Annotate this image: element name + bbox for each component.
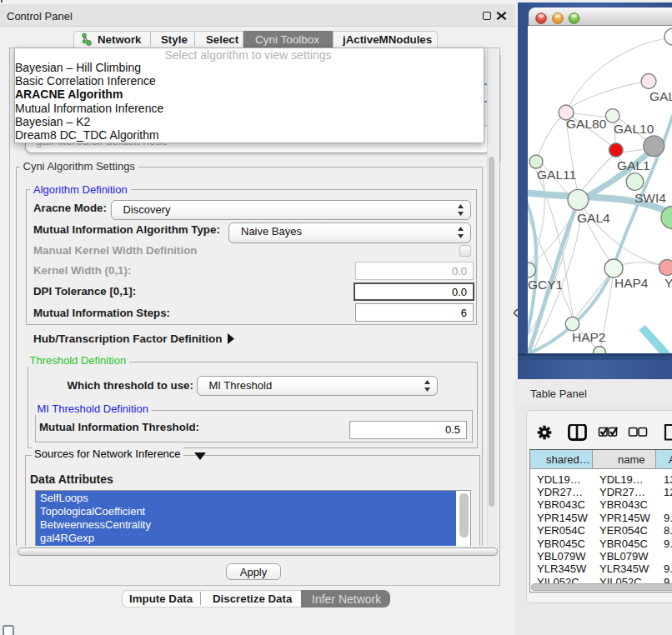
svg-text:GCY1: GCY1: [528, 278, 563, 292]
svg-text:YC: YC: [664, 276, 672, 290]
svg-text:GAL80: GAL80: [566, 117, 607, 131]
svg-text:GAL1: GAL1: [617, 158, 650, 172]
svg-text:GAL4: GAL4: [577, 211, 610, 225]
svg-text:HAP4: HAP4: [614, 276, 649, 290]
svg-text:GAL10: GAL10: [614, 122, 654, 136]
svg-text:GAL11: GAL11: [537, 168, 576, 182]
svg-text:GAL7: GAL7: [649, 89, 672, 103]
svg-text:HAP2: HAP2: [572, 330, 606, 344]
svg-text:SWI4: SWI4: [634, 191, 666, 205]
